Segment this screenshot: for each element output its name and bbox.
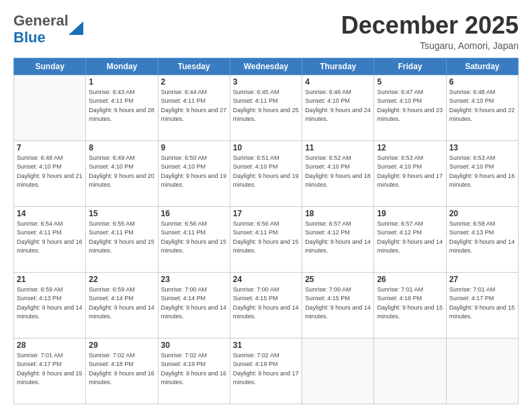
day-number: 26 [377, 275, 443, 284]
logo: General Blue [13, 12, 69, 46]
calendar-cell-w3-d5: 26Sunrise: 7:01 AMSunset: 4:16 PMDayligh… [374, 272, 446, 338]
calendar-cell-w3-d4: 25Sunrise: 7:00 AMSunset: 4:15 PMDayligh… [302, 272, 374, 338]
week-row-2: 14Sunrise: 6:54 AMSunset: 4:11 PMDayligh… [14, 206, 519, 272]
day-info: Sunrise: 6:44 AMSunset: 4:11 PMDaylight:… [161, 88, 227, 124]
day-info: Sunrise: 6:48 AMSunset: 4:10 PMDaylight:… [449, 88, 515, 124]
calendar-cell-w4-d5 [374, 338, 446, 404]
header-saturday: Saturday [446, 58, 518, 75]
day-number: 27 [449, 275, 515, 284]
day-info: Sunrise: 7:02 AMSunset: 4:19 PMDaylight:… [161, 351, 227, 387]
header-thursday: Thursday [302, 58, 374, 75]
day-info: Sunrise: 6:59 AMSunset: 4:13 PMDaylight:… [17, 285, 83, 322]
day-number: 15 [89, 209, 154, 218]
calendar-cell-w2-d5: 19Sunrise: 6:57 AMSunset: 4:12 PMDayligh… [374, 206, 446, 272]
day-info: Sunrise: 6:50 AMSunset: 4:10 PMDaylight:… [161, 154, 227, 190]
day-number: 3 [233, 77, 299, 87]
day-number: 4 [305, 77, 371, 87]
day-info: Sunrise: 6:49 AMSunset: 4:10 PMDaylight:… [89, 154, 154, 190]
day-info: Sunrise: 7:02 AMSunset: 4:19 PMDaylight:… [233, 351, 299, 387]
week-row-4: 28Sunrise: 7:01 AMSunset: 4:17 PMDayligh… [14, 338, 519, 404]
calendar-cell-w1-d5: 12Sunrise: 6:53 AMSunset: 4:10 PMDayligh… [374, 140, 446, 206]
calendar-cell-w3-d0: 21Sunrise: 6:59 AMSunset: 4:13 PMDayligh… [14, 272, 86, 338]
header-tuesday: Tuesday [158, 58, 230, 75]
header-friday: Friday [374, 58, 446, 75]
calendar-cell-w0-d5: 5Sunrise: 6:47 AMSunset: 4:10 PMDaylight… [374, 75, 446, 140]
day-info: Sunrise: 6:43 AMSunset: 4:11 PMDaylight:… [89, 88, 154, 124]
day-info: Sunrise: 6:45 AMSunset: 4:11 PMDaylight:… [233, 88, 299, 124]
day-info: Sunrise: 7:00 AMSunset: 4:14 PMDaylight:… [161, 285, 227, 322]
calendar-cell-w1-d1: 8Sunrise: 6:49 AMSunset: 4:10 PMDaylight… [86, 140, 158, 206]
logo-line1: General [13, 12, 69, 29]
calendar-table: Sunday Monday Tuesday Wednesday Thursday… [13, 58, 519, 404]
week-row-0: 1Sunrise: 6:43 AMSunset: 4:11 PMDaylight… [14, 75, 519, 140]
svg-marker-0 [69, 21, 83, 35]
day-number: 30 [161, 340, 227, 350]
day-number: 17 [233, 209, 299, 218]
day-number: 10 [233, 143, 299, 152]
calendar-cell-w4-d0: 28Sunrise: 7:01 AMSunset: 4:17 PMDayligh… [14, 338, 86, 404]
header-wednesday: Wednesday [230, 58, 302, 75]
day-info: Sunrise: 6:54 AMSunset: 4:11 PMDaylight:… [17, 220, 83, 256]
day-info: Sunrise: 7:01 AMSunset: 4:17 PMDaylight:… [17, 351, 83, 387]
day-info: Sunrise: 6:47 AMSunset: 4:10 PMDaylight:… [377, 88, 443, 124]
day-info: Sunrise: 7:00 AMSunset: 4:15 PMDaylight:… [233, 285, 299, 322]
header-monday: Monday [86, 58, 158, 75]
calendar-cell-w4-d1: 29Sunrise: 7:02 AMSunset: 4:18 PMDayligh… [86, 338, 158, 404]
day-number: 14 [17, 209, 83, 218]
calendar-cell-w2-d4: 18Sunrise: 6:57 AMSunset: 4:12 PMDayligh… [302, 206, 374, 272]
day-number: 5 [377, 77, 443, 87]
calendar-cell-w0-d2: 2Sunrise: 6:44 AMSunset: 4:11 PMDaylight… [158, 75, 230, 140]
calendar-cell-w0-d1: 1Sunrise: 6:43 AMSunset: 4:11 PMDaylight… [86, 75, 158, 140]
header: General Blue December 2025 Tsugaru, Aomo… [13, 12, 519, 51]
day-info: Sunrise: 7:01 AMSunset: 4:17 PMDaylight:… [449, 285, 515, 322]
day-info: Sunrise: 6:51 AMSunset: 4:10 PMDaylight:… [233, 154, 299, 190]
calendar-cell-w4-d4 [302, 338, 374, 404]
day-number: 7 [17, 143, 83, 152]
day-info: Sunrise: 6:56 AMSunset: 4:11 PMDaylight:… [161, 220, 227, 256]
calendar-cell-w3-d2: 23Sunrise: 7:00 AMSunset: 4:14 PMDayligh… [158, 272, 230, 338]
calendar-cell-w3-d1: 22Sunrise: 6:59 AMSunset: 4:14 PMDayligh… [86, 272, 158, 338]
month-title: December 2025 [341, 12, 519, 39]
day-number: 22 [89, 275, 154, 284]
calendar-cell-w0-d4: 4Sunrise: 6:46 AMSunset: 4:10 PMDaylight… [302, 75, 374, 140]
day-number: 11 [305, 143, 371, 152]
calendar-cell-w2-d6: 20Sunrise: 6:58 AMSunset: 4:13 PMDayligh… [446, 206, 518, 272]
day-number: 16 [161, 209, 227, 218]
calendar-cell-w2-d0: 14Sunrise: 6:54 AMSunset: 4:11 PMDayligh… [14, 206, 86, 272]
day-number: 23 [161, 275, 227, 284]
day-number: 8 [89, 143, 154, 152]
calendar-cell-w1-d6: 13Sunrise: 6:53 AMSunset: 4:10 PMDayligh… [446, 140, 518, 206]
calendar-cell-w2-d1: 15Sunrise: 6:55 AMSunset: 4:11 PMDayligh… [86, 206, 158, 272]
title-block: December 2025 Tsugaru, Aomori, Japan [341, 12, 519, 51]
header-sunday: Sunday [14, 58, 86, 75]
week-row-3: 21Sunrise: 6:59 AMSunset: 4:13 PMDayligh… [14, 272, 519, 338]
day-number: 19 [377, 209, 443, 218]
day-number: 21 [17, 275, 83, 284]
weekday-header-row: Sunday Monday Tuesday Wednesday Thursday… [14, 58, 519, 75]
day-number: 28 [17, 340, 83, 350]
day-info: Sunrise: 6:48 AMSunset: 4:10 PMDaylight:… [17, 154, 83, 190]
day-info: Sunrise: 6:59 AMSunset: 4:14 PMDaylight:… [89, 285, 154, 322]
calendar-cell-w1-d0: 7Sunrise: 6:48 AMSunset: 4:10 PMDaylight… [14, 140, 86, 206]
day-info: Sunrise: 7:02 AMSunset: 4:18 PMDaylight:… [89, 351, 154, 387]
day-number: 9 [161, 143, 227, 152]
day-number: 12 [377, 143, 443, 152]
day-number: 18 [305, 209, 371, 218]
calendar-cell-w3-d6: 27Sunrise: 7:01 AMSunset: 4:17 PMDayligh… [446, 272, 518, 338]
day-number: 13 [449, 143, 515, 152]
day-info: Sunrise: 6:53 AMSunset: 4:10 PMDaylight:… [449, 154, 515, 190]
day-number: 25 [305, 275, 371, 284]
calendar-cell-w1-d3: 10Sunrise: 6:51 AMSunset: 4:10 PMDayligh… [230, 140, 302, 206]
location: Tsugaru, Aomori, Japan [341, 40, 519, 51]
day-info: Sunrise: 6:55 AMSunset: 4:11 PMDaylight:… [89, 220, 154, 256]
calendar-cell-w2-d3: 17Sunrise: 6:56 AMSunset: 4:11 PMDayligh… [230, 206, 302, 272]
day-info: Sunrise: 6:56 AMSunset: 4:11 PMDaylight:… [233, 220, 299, 256]
day-info: Sunrise: 6:57 AMSunset: 4:12 PMDaylight:… [377, 220, 443, 256]
calendar-cell-w4-d2: 30Sunrise: 7:02 AMSunset: 4:19 PMDayligh… [158, 338, 230, 404]
day-number: 1 [89, 77, 154, 87]
day-number: 24 [233, 275, 299, 284]
calendar-cell-w4-d6 [446, 338, 518, 404]
calendar-cell-w0-d3: 3Sunrise: 6:45 AMSunset: 4:11 PMDaylight… [230, 75, 302, 140]
logo-icon [69, 15, 83, 35]
day-info: Sunrise: 7:00 AMSunset: 4:15 PMDaylight:… [305, 285, 371, 322]
